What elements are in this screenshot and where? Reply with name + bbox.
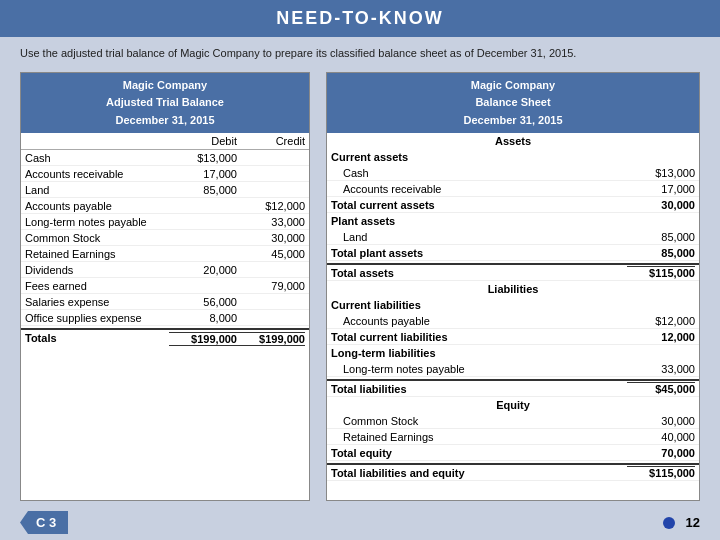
left-title1: Adjusted Trial Balance: [23, 94, 307, 112]
row-debit: 17,000: [169, 168, 237, 180]
tca-label: Total current assets: [331, 199, 627, 211]
tlae-label: Total liabilities and equity: [331, 467, 627, 479]
ta-amount: $115,000: [627, 266, 695, 279]
row-label: Common Stock: [25, 232, 169, 244]
row-label: Accounts receivable: [25, 168, 169, 180]
te-amount: 70,000: [627, 447, 695, 459]
left-title2: December 31, 2015: [23, 112, 307, 130]
cash-amount: $13,000: [627, 167, 695, 179]
cash-label: Cash: [331, 167, 627, 179]
credit-col-header: Credit: [237, 135, 305, 147]
table-row: Dividends 20,000: [21, 262, 309, 278]
table-row: Accounts payable $12,000: [21, 198, 309, 214]
table-row: Accounts receivable 17,000: [21, 166, 309, 182]
ltnp-label: Long-term notes payable: [331, 363, 627, 375]
balance-sheet-table: Magic Company Balance Sheet December 31,…: [326, 72, 700, 502]
row-label: Salaries expense: [25, 296, 169, 308]
tpa-amount: 85,000: [627, 247, 695, 259]
tl-label: Total liabilities: [331, 383, 627, 395]
row-label: Cash: [25, 152, 169, 164]
table-row: Office supplies expense 8,000: [21, 310, 309, 326]
row-debit: 8,000: [169, 312, 237, 324]
ar-amount: 17,000: [627, 183, 695, 195]
ta-row: Total assets $115,000: [327, 263, 699, 281]
total-credit: $199,000: [237, 332, 305, 346]
tcl-row: Total current liabilities 12,000: [327, 329, 699, 345]
lt-liabilities-heading: Long-term liabilities: [327, 345, 699, 361]
page-dot: [663, 517, 675, 529]
current-assets-heading: Current assets: [327, 149, 699, 165]
ap-amount: $12,000: [627, 315, 695, 327]
right-company: Magic Company: [329, 77, 697, 95]
cs-label: Common Stock: [331, 415, 627, 427]
table-row: Retained Earnings 45,000: [21, 246, 309, 262]
te-row: Total equity 70,000: [327, 445, 699, 461]
table-row: Cash $13,000: [21, 150, 309, 166]
re-label: Retained Earnings: [331, 431, 627, 443]
ap-row: Accounts payable $12,000: [327, 313, 699, 329]
ar-label: Accounts receivable: [331, 183, 627, 195]
re-amount: 40,000: [627, 431, 695, 443]
table-row: Fees earned 79,000: [21, 278, 309, 294]
plant-assets-heading: Plant assets: [327, 213, 699, 229]
cs-row: Common Stock 30,000: [327, 413, 699, 429]
ta-label: Total assets: [331, 267, 627, 279]
ltnp-row: Long-term notes payable 33,000: [327, 361, 699, 377]
row-label: Retained Earnings: [25, 248, 169, 260]
land-amount: 85,000: [627, 231, 695, 243]
c3-badge: C 3: [20, 511, 68, 534]
land-row: Land 85,000: [327, 229, 699, 245]
subtitle: Use the adjusted trial balance of Magic …: [0, 37, 720, 68]
row-label: Dividends: [25, 264, 169, 276]
row-label: Long-term notes payable: [25, 216, 169, 228]
cash-row: Cash $13,000: [327, 165, 699, 181]
tl-row: Total liabilities $45,000: [327, 379, 699, 397]
row-debit: 56,000: [169, 296, 237, 308]
footer: C 3 12: [0, 505, 720, 540]
ar-row: Accounts receivable 17,000: [327, 181, 699, 197]
te-label: Total equity: [331, 447, 627, 459]
row-debit: $13,000: [169, 152, 237, 164]
page-header: NEED-TO-KNOW: [0, 0, 720, 37]
liabilities-heading: Liabilities: [327, 281, 699, 297]
table-row: Long-term notes payable 33,000: [21, 214, 309, 230]
row-credit: 79,000: [237, 280, 305, 292]
left-company: Magic Company: [23, 77, 307, 95]
row-debit: 85,000: [169, 184, 237, 196]
table-row: Common Stock 30,000: [21, 230, 309, 246]
tlae-amount: $115,000: [627, 466, 695, 479]
right-table-header: Magic Company Balance Sheet December 31,…: [327, 73, 699, 134]
row-credit: 33,000: [237, 216, 305, 228]
trial-balance-table: Magic Company Adjusted Trial Balance Dec…: [20, 72, 310, 502]
row-credit: 45,000: [237, 248, 305, 260]
right-title2: December 31, 2015: [329, 112, 697, 130]
tcl-label: Total current liabilities: [331, 331, 627, 343]
row-debit: 20,000: [169, 264, 237, 276]
row-label: Office supplies expense: [25, 312, 169, 324]
tcl-amount: 12,000: [627, 331, 695, 343]
tpa-row: Total plant assets 85,000: [327, 245, 699, 261]
equity-heading: Equity: [327, 397, 699, 413]
right-title1: Balance Sheet: [329, 94, 697, 112]
ap-label: Accounts payable: [331, 315, 627, 327]
row-credit: 30,000: [237, 232, 305, 244]
debit-col-header: Debit: [169, 135, 237, 147]
tca-amount: 30,000: [627, 199, 695, 211]
tca-row: Total current assets 30,000: [327, 197, 699, 213]
tlae-row: Total liabilities and equity $115,000: [327, 463, 699, 481]
left-table-header: Magic Company Adjusted Trial Balance Dec…: [21, 73, 309, 134]
current-liabilities-heading: Current liabilities: [327, 297, 699, 313]
row-label: Land: [25, 184, 169, 196]
header-title: NEED-TO-KNOW: [276, 8, 444, 28]
totals-row: Totals $199,000 $199,000: [21, 328, 309, 348]
cs-amount: 30,000: [627, 415, 695, 427]
table-row: Salaries expense 56,000: [21, 294, 309, 310]
row-credit: $12,000: [237, 200, 305, 212]
trial-balance-rows: Cash $13,000 Accounts receivable 17,000 …: [21, 150, 309, 326]
re-row: Retained Earnings 40,000: [327, 429, 699, 445]
row-label: Accounts payable: [25, 200, 169, 212]
land-label: Land: [331, 231, 627, 243]
total-debit: $199,000: [169, 332, 237, 346]
col-headers: Debit Credit: [21, 133, 309, 150]
tl-amount: $45,000: [627, 382, 695, 395]
